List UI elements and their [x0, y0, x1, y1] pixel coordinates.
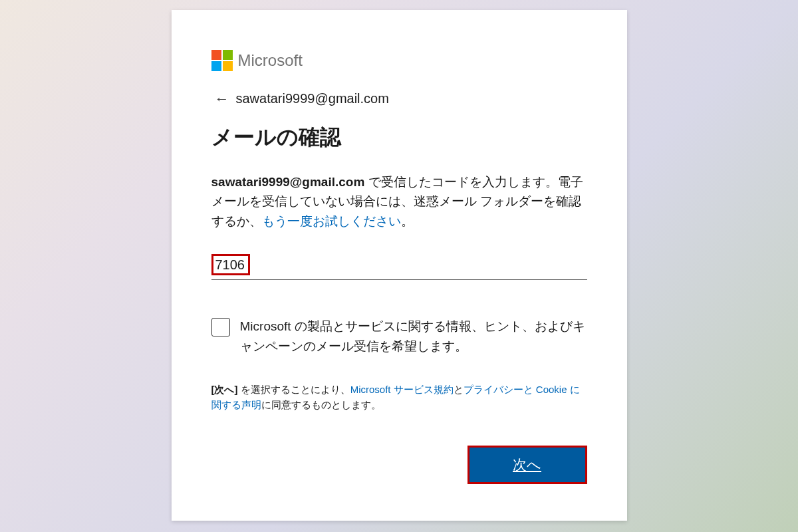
legal-text: [次へ] を選択することにより、Microsoft サービス規約とプライバシーと… — [211, 382, 587, 412]
legal-p2: と — [454, 384, 464, 395]
code-input-field[interactable]: 7106 — [211, 254, 587, 280]
button-row: 次へ — [211, 446, 587, 484]
back-arrow-icon[interactable]: ← — [215, 92, 229, 106]
brand-text: Microsoft — [238, 51, 303, 70]
code-input-value: 7106 — [211, 254, 251, 275]
microsoft-logo-icon — [211, 50, 233, 71]
instruction-part2: 。 — [401, 214, 414, 228]
legal-p1b: を選択することにより、 — [238, 384, 350, 395]
legal-p3: に同意するものとします。 — [261, 399, 381, 410]
marketing-optin-label: Microsoft の製品とサービスに関する情報、ヒント、およびキャンペーンのメ… — [240, 317, 587, 356]
tos-link[interactable]: Microsoft サービス規約 — [350, 384, 454, 395]
retry-link[interactable]: もう一度お試しください — [262, 214, 401, 228]
instruction-text: sawatari9999@gmail.com で受信したコードを入力します。電子… — [211, 172, 587, 231]
page-title: メールの確認 — [211, 123, 587, 152]
marketing-optin-row: Microsoft の製品とサービスに関する情報、ヒント、およびキャンペーンのメ… — [211, 317, 587, 356]
account-email: sawatari9999@gmail.com — [236, 91, 389, 106]
input-underline — [211, 279, 587, 280]
verify-email-dialog: Microsoft ← sawatari9999@gmail.com メールの確… — [172, 10, 627, 521]
next-button[interactable]: 次へ — [467, 446, 587, 484]
marketing-optin-checkbox[interactable] — [211, 318, 230, 336]
instruction-email: sawatari9999@gmail.com — [211, 175, 365, 189]
brand-row: Microsoft — [211, 50, 587, 71]
legal-next-ref: [次へ] — [211, 384, 238, 395]
account-row: ← sawatari9999@gmail.com — [215, 91, 587, 106]
